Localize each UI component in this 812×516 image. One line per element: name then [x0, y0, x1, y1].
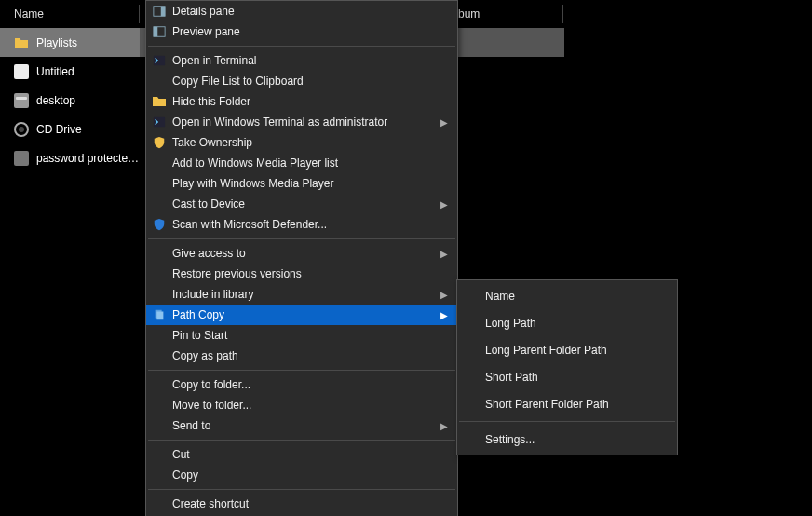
menu-item-label: Restore previous versions [172, 267, 302, 280]
file-item-cd-drive[interactable]: CD Drive [0, 115, 140, 143]
menu-item-label: Hide this Folder [172, 95, 250, 108]
menu-item-send-to[interactable]: Send to▶ [146, 415, 457, 436]
menu-item-copy-as-path[interactable]: Copy as path [146, 346, 457, 366]
file-item-playlists[interactable]: Playlists [0, 28, 140, 57]
menu-item-label: Open in Windows Terminal as administrato… [172, 115, 387, 129]
submenu-item-label: Long Parent Folder Path [485, 344, 607, 357]
menu-item-label: Give access to [172, 247, 246, 260]
svg-rect-5 [154, 117, 165, 128]
menu-item-label: Path Copy [172, 308, 224, 321]
menu-item-label: Include in library [172, 288, 253, 301]
menu-item-label: Open in Terminal [172, 54, 257, 67]
menu-item-cast-to-device[interactable]: Cast to Device▶ [146, 194, 457, 214]
file-item-label: desktop [36, 94, 75, 107]
menu-item-details-pane[interactable]: Details pane [146, 1, 457, 21]
menu-item-copy-to-folder[interactable]: Copy to folder... [146, 374, 457, 395]
file-item-label: Playlists [36, 36, 77, 49]
preview-icon [152, 24, 167, 39]
submenu-item-name[interactable]: Name [457, 282, 677, 309]
submenu-item-label: Long Path [485, 317, 536, 330]
column-header-name-label: Name [14, 7, 44, 20]
copy-icon [152, 307, 167, 322]
menu-item-label: Take Ownership [172, 136, 252, 149]
menu-item-play-with-windows-media-player[interactable]: Play with Windows Media Player [146, 173, 457, 194]
menu-item-give-access-to[interactable]: Give access to▶ [146, 243, 457, 264]
menu-item-add-to-windows-media-player-list[interactable]: Add to Windows Media Player list [146, 153, 457, 173]
menu-separator [148, 46, 455, 47]
submenu-item-settings[interactable]: Settings... [457, 426, 677, 453]
menu-item-copy-file-list-to-clipboard[interactable]: Copy File List to Clipboard [146, 71, 457, 91]
menu-item-scan-with-microsoft-defender[interactable]: Scan with Microsoft Defender... [146, 214, 457, 235]
file-item-desktop[interactable]: desktop [0, 86, 140, 115]
menu-item-open-in-terminal[interactable]: Open in Terminal [146, 50, 457, 71]
menu-item-label: Send to [172, 419, 210, 432]
svg-rect-1 [161, 7, 165, 17]
menu-item-preview-pane[interactable]: Preview pane [146, 21, 457, 42]
submenu-item-long-parent-folder-path[interactable]: Long Parent Folder Path [457, 336, 677, 363]
submenu-item-label: Settings... [485, 433, 535, 446]
menu-item-label: Copy to folder... [172, 378, 250, 391]
chevron-right-icon: ▶ [440, 249, 448, 259]
file-item-untitled[interactable]: Untitled [0, 57, 140, 86]
menu-item-label: Copy [172, 468, 198, 482]
svg-rect-7 [156, 312, 163, 320]
menu-item-restore-previous-versions[interactable]: Restore previous versions [146, 264, 457, 284]
folder-icon [152, 94, 167, 109]
menu-item-label: Move to folder... [172, 399, 251, 412]
menu-item-cut[interactable]: Cut [146, 444, 457, 465]
menu-item-take-ownership[interactable]: Take Ownership [146, 132, 457, 153]
encrypted-drive-icon [14, 151, 29, 166]
path-copy-submenu: NameLong PathLong Parent Folder PathShor… [456, 279, 678, 455]
file-item-password-protected-[interactable]: password protected... [0, 143, 140, 172]
menu-item-label: Pin to Start [172, 329, 227, 342]
column-header-name[interactable]: Name [0, 0, 140, 28]
submenu-item-short-path[interactable]: Short Path [457, 363, 677, 390]
menu-item-label: Preview pane [172, 25, 240, 38]
file-item-label: password protected... [36, 152, 140, 165]
menu-item-copy[interactable]: Copy [146, 465, 457, 485]
chevron-right-icon: ▶ [440, 290, 448, 300]
menu-item-label: Copy as path [172, 349, 238, 362]
menu-separator [148, 489, 455, 490]
menu-item-hide-this-folder[interactable]: Hide this Folder [146, 91, 457, 112]
context-menu: Details panePreview paneOpen in Terminal… [145, 0, 458, 516]
menu-item-label: Copy File List to Clipboard [172, 75, 304, 88]
submenu-item-label: Short Parent Folder Path [485, 398, 609, 411]
menu-item-path-copy[interactable]: Path Copy▶ [146, 305, 457, 325]
file-icon [14, 64, 29, 79]
shield-icon [152, 217, 167, 232]
menu-separator [148, 440, 455, 441]
menu-item-label: Scan with Microsoft Defender... [172, 218, 327, 231]
menu-item-open-in-windows-terminal-as-administrator[interactable]: Open in Windows Terminal as administrato… [146, 112, 457, 132]
chevron-right-icon: ▶ [440, 117, 448, 128]
shield-icon [152, 135, 167, 150]
menu-item-pin-to-start[interactable]: Pin to Start [146, 325, 457, 346]
file-item-label: Untitled [36, 65, 74, 78]
folder-icon [14, 35, 29, 50]
file-list-sidebar: Name PlaylistsUntitleddesktopCD Drivepas… [0, 0, 140, 516]
svg-rect-3 [154, 27, 157, 37]
layout-icon [152, 4, 167, 19]
menu-item-label: Cast to Device [172, 197, 245, 210]
file-item-label: CD Drive [36, 123, 82, 136]
chevron-right-icon: ▶ [440, 199, 448, 210]
menu-separator [459, 421, 675, 422]
menu-item-create-shortcut[interactable]: Create shortcut [146, 494, 457, 514]
menu-item-label: Play with Windows Media Player [172, 177, 333, 190]
menu-item-label: Add to Windows Media Player list [172, 156, 338, 170]
chevron-right-icon: ▶ [440, 310, 448, 320]
drive-icon [14, 93, 29, 108]
menu-item-include-in-library[interactable]: Include in library▶ [146, 284, 457, 305]
submenu-item-short-parent-folder-path[interactable]: Short Parent Folder Path [457, 390, 677, 417]
submenu-item-long-path[interactable]: Long Path [457, 309, 677, 336]
column-header-album-label: bum [458, 7, 480, 20]
column-header-album[interactable]: bum [447, 0, 563, 28]
terminal-icon [152, 53, 167, 68]
chevron-right-icon: ▶ [440, 421, 448, 431]
submenu-item-label: Name [485, 290, 515, 303]
terminal-icon [152, 115, 167, 129]
menu-item-move-to-folder[interactable]: Move to folder... [146, 395, 457, 415]
disc-icon [14, 122, 29, 137]
menu-item-label: Details pane [172, 5, 235, 18]
submenu-item-label: Short Path [485, 371, 538, 384]
